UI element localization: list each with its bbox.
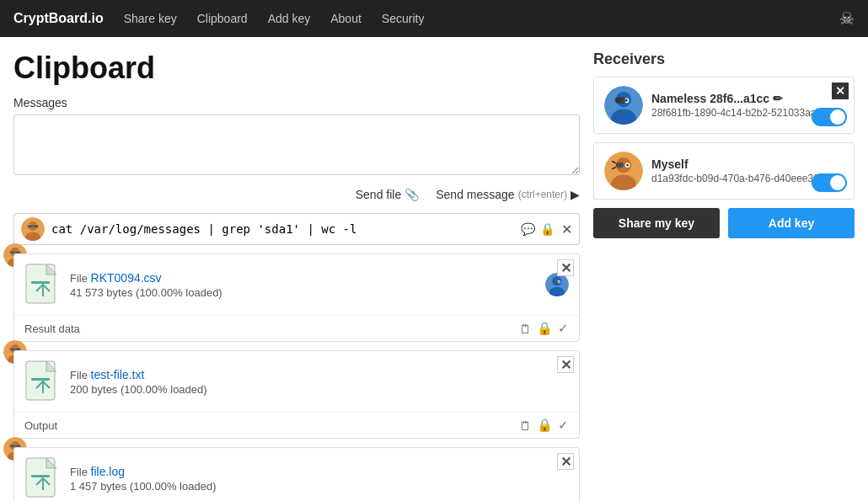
skull-icon: ☠ — [839, 8, 855, 29]
file-footer-icons-2: 🗒 🔒 ✓ — [519, 418, 569, 433]
receivers-title: Receivers — [593, 51, 855, 68]
command-bar-avatar — [21, 217, 45, 241]
svg-point-63 — [625, 99, 628, 102]
file-doc-icon-1: 🗒 — [519, 322, 532, 336]
file-description-1: Result data — [24, 322, 80, 335]
file-label-2: File test-file.txt — [70, 368, 569, 381]
file-card-close-3[interactable]: ✕ — [557, 453, 574, 470]
receiver-avatar-card-1 — [545, 273, 569, 296]
svg-rect-8 — [34, 225, 39, 228]
file-size-1: 41 573 bytes (100.00% loaded) — [70, 286, 537, 299]
file-info-3: File file.log 1 457 bytes (100.00% loade… — [70, 465, 569, 493]
file-card-header-1: File RKT0094.csv 41 573 bytes (100.00% l… — [14, 254, 579, 316]
svg-rect-7 — [28, 225, 33, 228]
file-info-1: File RKT0094.csv 41 573 bytes (100.00% l… — [70, 271, 537, 299]
file-icon-2 — [24, 360, 62, 403]
file-description-2: Output — [24, 419, 57, 432]
file-footer-icons-1: 🗒 🔒 ✓ — [519, 321, 569, 336]
file-card-close-1[interactable]: ✕ — [557, 259, 574, 276]
file-card-3: File file.log 1 457 bytes (100.00% loade… — [13, 447, 580, 501]
main-container: Clipboard Messages Send file 📎 Send mess… — [0, 37, 868, 501]
nav-security[interactable]: Security — [382, 12, 425, 25]
svg-rect-65 — [615, 98, 623, 103]
messages-label: Messages — [13, 96, 580, 109]
file-name-link-3[interactable]: file.log — [91, 465, 125, 478]
share-my-key-button[interactable]: Share my key — [593, 208, 720, 238]
file-card-footer-2: Output 🗒 🔒 ✓ — [14, 413, 579, 438]
file-icon-3 — [24, 456, 62, 500]
navbar: CryptBoard.io Share key Clipboard Add ke… — [0, 0, 868, 37]
receiver-name-2: Myself — [651, 157, 844, 171]
command-input[interactable] — [51, 222, 516, 236]
messages-textarea[interactable] — [13, 115, 580, 175]
nav-about[interactable]: About — [330, 12, 362, 25]
nav-clipboard[interactable]: Clipboard — [197, 12, 248, 25]
send-message-label: Send message — [436, 188, 514, 201]
send-buttons: Send file 📎 Send message (ctrl+enter) ▶ — [13, 184, 580, 205]
toggle-switch-2[interactable] — [812, 173, 847, 192]
right-panel: Receivers Nameless 28f6...a1cc — [593, 51, 855, 238]
receiver-close-1[interactable]: ✕ — [832, 83, 849, 99]
receiver-card-2: Myself d1a93fdc-b09d-470a-b476-d40eee36e… — [593, 142, 855, 200]
file-check-icon-1: ✓ — [558, 321, 569, 336]
svg-point-30 — [553, 280, 558, 283]
file-card-header-2: File test-file.txt 200 bytes (100.00% lo… — [14, 351, 579, 413]
send-message-shortcut: (ctrl+enter) — [518, 189, 567, 200]
svg-point-72 — [626, 164, 629, 167]
command-icons: 💬 🔒 — [521, 222, 555, 236]
file-name-link-2[interactable]: test-file.txt — [91, 368, 145, 381]
send-arrow-icon: ▶ — [571, 188, 580, 201]
file-check-icon-2: ✓ — [558, 418, 569, 433]
file-card-container-2: File test-file.txt 200 bytes (100.00% lo… — [13, 350, 580, 439]
file-card-close-2[interactable]: ✕ — [557, 356, 574, 373]
file-lock-icon-1: 🔒 — [537, 321, 553, 336]
send-message-button[interactable]: Send message (ctrl+enter) ▶ — [436, 184, 580, 205]
file-card-2: File test-file.txt 200 bytes (100.00% lo… — [13, 350, 580, 439]
file-lock-icon-2: 🔒 — [537, 418, 553, 433]
svg-rect-55 — [31, 475, 50, 477]
svg-point-29 — [558, 281, 560, 283]
receiver-card-1: Nameless 28f6...a1cc ✏ 28f681fb-1890-4c1… — [593, 77, 855, 134]
command-bar: 💬 🔒 ✕ — [13, 213, 580, 245]
file-label-1: File RKT0094.csv — [70, 271, 537, 285]
send-file-button[interactable]: Send file 📎 — [349, 184, 426, 205]
add-key-button[interactable]: Add key — [728, 208, 855, 238]
page-title: Clipboard — [13, 51, 580, 86]
file-card-1: File RKT0094.csv 41 573 bytes (100.00% l… — [13, 253, 580, 342]
toggle-knob-2 — [830, 175, 845, 190]
file-size-2: 200 bytes (100.00% loaded) — [70, 383, 569, 396]
file-name-link-1[interactable]: RKT0094.csv — [91, 271, 162, 285]
receiver-avatar-2 — [604, 152, 643, 190]
nav-add-key[interactable]: Add key — [268, 12, 311, 25]
action-buttons: Share my key Add key — [593, 208, 855, 238]
file-card-header-3: File file.log 1 457 bytes (100.00% loade… — [14, 448, 579, 501]
bubble-icon: 💬 — [521, 222, 535, 236]
lock-icon: 🔒 — [540, 222, 555, 236]
paperclip-icon: 📎 — [405, 188, 419, 201]
file-card-footer-1: Result data 🗒 🔒 ✓ — [14, 316, 579, 341]
receiver-name-1: Nameless 28f6...a1cc ✏ — [651, 92, 844, 105]
receiver-avatar-1 — [604, 86, 643, 125]
file-label-3: File file.log — [70, 465, 569, 478]
svg-point-73 — [616, 163, 624, 168]
left-panel: Clipboard Messages Send file 📎 Send mess… — [13, 51, 580, 501]
navbar-brand[interactable]: CryptBoard.io — [13, 11, 104, 26]
nav-share-key[interactable]: Share key — [124, 12, 177, 25]
nav-links: Share key Clipboard Add key About Securi… — [124, 12, 839, 25]
send-file-label: Send file — [356, 188, 401, 201]
file-card-container-1: File RKT0094.csv 41 573 bytes (100.00% l… — [13, 253, 580, 342]
toggle-knob-1 — [830, 109, 845, 125]
file-size-3: 1 457 bytes (100.00% loaded) — [70, 480, 569, 493]
svg-rect-42 — [31, 378, 50, 381]
svg-rect-21 — [31, 281, 50, 284]
edit-icon-1[interactable]: ✏ — [773, 92, 783, 105]
file-icon-1 — [24, 263, 62, 306]
file-doc-icon-2: 🗒 — [519, 418, 532, 433]
command-close-button[interactable]: ✕ — [561, 221, 572, 237]
file-info-2: File test-file.txt 200 bytes (100.00% lo… — [70, 368, 569, 396]
toggle-switch-1[interactable] — [812, 108, 847, 126]
file-card-container-3: File file.log 1 457 bytes (100.00% loade… — [13, 447, 580, 501]
